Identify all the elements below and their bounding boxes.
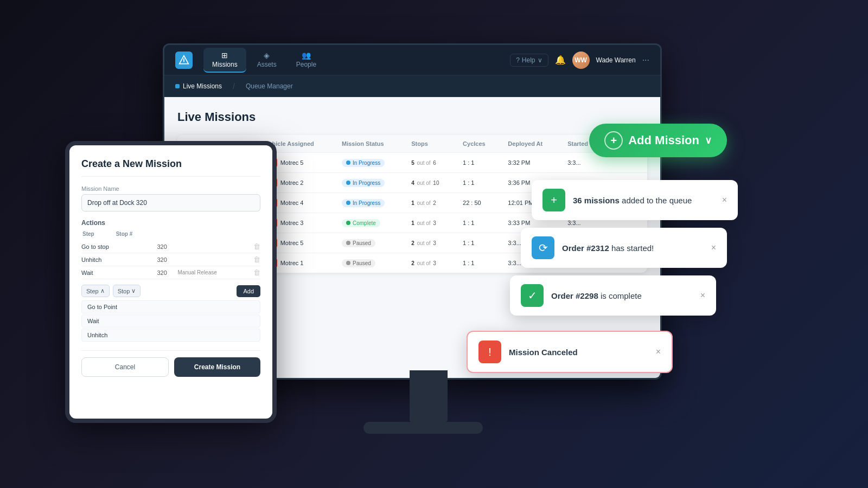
more-options-icon[interactable]: ··· <box>642 55 649 65</box>
step-col-header: Step <box>82 231 94 237</box>
toast-canceled-label: Mission Canceled <box>509 348 578 357</box>
delete-action-icon[interactable]: 🗑 <box>253 242 260 251</box>
vehicle-name: Motrec 5 <box>280 240 304 246</box>
vehicle-name: Motrec 5 <box>280 159 304 166</box>
toast-missions-queue: + 36 missions added to the queue × <box>532 180 738 220</box>
action-note: Manual Release <box>178 269 250 275</box>
modal-title: Create a New Mission <box>81 158 260 177</box>
monitor-stand <box>363 370 494 434</box>
sub-nav: Live Missions / Queue Manager <box>164 75 660 97</box>
toast-canceled-icon: ! <box>478 341 501 363</box>
delete-action-icon[interactable]: 🗑 <box>253 255 260 264</box>
toast-missions-icon: + <box>542 189 565 211</box>
subnav-live-missions[interactable]: Live Missions <box>175 80 222 92</box>
toast-complete-text: Order #2298 is complete <box>551 290 642 301</box>
cancel-button[interactable]: Cancel <box>81 357 169 377</box>
add-mission-button[interactable]: + Add Mission ∨ <box>589 124 727 157</box>
stops-out: out of <box>416 180 432 186</box>
col-stops: Stops <box>404 135 455 153</box>
status-cell: In Progress <box>334 173 404 193</box>
navbar: ⊞ Missions ◈ Assets 👥 People ? <box>164 45 660 75</box>
toast-canceled-text: Mission Canceled <box>509 346 578 358</box>
stops-current: 2 <box>411 240 414 246</box>
add-step-button[interactable]: Add <box>237 285 260 297</box>
stops-total: 3 <box>433 240 436 246</box>
stops-cell: 4 out of 10 <box>404 173 455 193</box>
step-option[interactable]: Wait <box>81 314 260 328</box>
tablet-modal: Create a New Mission Mission Name Action… <box>65 141 277 423</box>
status-dot <box>346 160 350 165</box>
modal-content: Create a New Mission Mission Name Action… <box>69 145 272 419</box>
col-deployed: Deployed At <box>500 135 560 153</box>
stops-total: 3 <box>433 260 436 266</box>
create-mission-button[interactable]: Create Mission <box>174 357 260 377</box>
avatar: WW <box>572 52 590 69</box>
stops-current: 5 <box>411 160 414 166</box>
status-dot <box>346 261 350 265</box>
mission-name-label: Mission Name <box>81 185 260 192</box>
nav-assets[interactable]: ◈ Assets <box>248 48 285 73</box>
toast-close-icon[interactable]: × <box>700 291 705 300</box>
vehicle-name: Motrec 2 <box>280 179 304 186</box>
status-badge: In Progress <box>342 179 385 187</box>
action-step-name: Wait <box>81 269 153 276</box>
vehicle-name: Motrec 4 <box>280 200 304 206</box>
cycles-cell: 1 : 1 <box>455 253 500 273</box>
delete-action-icon[interactable]: 🗑 <box>253 268 260 277</box>
notifications-bell-icon[interactable]: 🔔 <box>555 55 566 65</box>
action-stop-num: 320 <box>157 269 174 276</box>
stand-base <box>363 422 483 434</box>
stops-out: out of <box>416 160 432 166</box>
toast-order-started: ⟳ Order #2312 has started! × <box>521 228 727 268</box>
stops-cell: 1 out of 2 <box>404 193 455 213</box>
stops-current: 4 <box>411 180 414 186</box>
stops-current: 1 <box>411 220 414 226</box>
stop-selector[interactable]: Stop ∨ <box>113 285 141 297</box>
step-add-row: Step ∧ Stop ∨ Add <box>81 285 260 297</box>
chevron-down-icon: ∨ <box>131 287 136 294</box>
mission-name-input[interactable] <box>81 194 260 211</box>
cycles-cell: 1 : 1 <box>455 153 500 173</box>
app-logo <box>175 52 193 69</box>
stop-col-header: Stop # <box>116 231 133 237</box>
toast-close-icon[interactable]: × <box>656 347 661 357</box>
step-option[interactable]: Go to Point <box>81 300 260 313</box>
toast-order-num: Order #2312 <box>562 243 609 253</box>
cycles-cell: 1 : 1 <box>455 173 500 193</box>
step-option[interactable]: Unhitch <box>81 329 260 342</box>
actions-section-label: Actions <box>81 219 260 227</box>
action-row: Unhitch 320 🗑 <box>81 253 260 266</box>
stops-total: 10 <box>433 180 439 186</box>
status-cell: Complete <box>334 213 404 233</box>
modal-footer: Cancel Create Mission <box>81 350 260 377</box>
status-cell: In Progress <box>334 193 404 213</box>
step-options: Go to PointWaitUnhitch <box>81 300 260 342</box>
nav-missions[interactable]: ⊞ Missions <box>203 48 246 73</box>
nav-people[interactable]: 👥 People <box>288 48 325 73</box>
nav-right: ? Help ∨ 🔔 WW Wade Warren ··· <box>510 52 649 69</box>
status-cell: In Progress <box>334 153 404 173</box>
toast-close-icon[interactable]: × <box>722 195 727 205</box>
page-title: Live Missions <box>177 110 647 124</box>
col-cycles: Cyclces <box>455 135 500 153</box>
stops-out: out of <box>416 200 432 206</box>
cycles-cell: 22 : 50 <box>455 193 500 213</box>
status-dot <box>346 221 350 225</box>
subnav-queue-manager[interactable]: Queue Manager <box>246 80 293 92</box>
stops-cell: 1 out of 3 <box>404 213 455 233</box>
status-badge: Paused <box>342 259 375 267</box>
action-stop-num: 320 <box>157 256 174 263</box>
chevron-up-icon: ∧ <box>100 287 105 294</box>
status-badge: Paused <box>342 239 375 247</box>
toast-close-icon[interactable]: × <box>711 243 716 253</box>
missions-icon: ⊞ <box>221 51 228 60</box>
stops-cell: 5 out of 6 <box>404 153 455 173</box>
col-status: Mission Status <box>334 135 404 153</box>
step-selector[interactable]: Step ∧ <box>81 285 110 297</box>
status-cell: Paused <box>334 253 404 273</box>
toast-order-icon: ⟳ <box>532 236 554 259</box>
status-cell: Paused <box>334 233 404 253</box>
stops-out: out of <box>416 260 432 266</box>
stops-out: out of <box>416 220 432 226</box>
help-button[interactable]: ? Help ∨ <box>510 54 548 67</box>
